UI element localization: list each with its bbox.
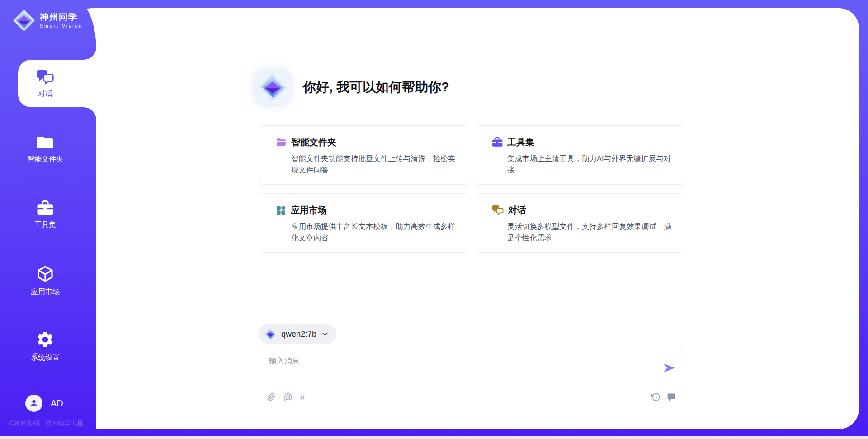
feedback-button[interactable] bbox=[667, 392, 676, 401]
send-icon bbox=[662, 361, 676, 375]
message-input[interactable] bbox=[268, 355, 648, 380]
brand-diamond-logo-icon bbox=[256, 71, 289, 104]
card-smart-folder[interactable]: 智能文件夹 智能文件夹功能支持批量文件上传与清洗，轻松实现文件问答 bbox=[259, 125, 469, 185]
history-icon bbox=[651, 392, 660, 402]
message-composer: @ # bbox=[259, 348, 684, 410]
main-content-panel: 你好, 我可以如何帮助你? 智能文件夹 智能文件夹功能支持批量文件上传与清洗，轻… bbox=[72, 8, 859, 429]
card-toolset[interactable]: 工具集 集成市场上主流工具，助力AI与外界无缝扩展与对接 bbox=[475, 125, 685, 185]
sidebar-item-smart-folder[interactable]: 智能文件夹 bbox=[0, 125, 96, 173]
at-icon: @ bbox=[283, 392, 292, 401]
card-description: 集成市场上主流工具，助力AI与外界无缝扩展与对接 bbox=[507, 153, 674, 176]
sidebar-item-label: 对话 bbox=[38, 89, 52, 99]
sidebar-item-toolset[interactable]: 工具集 bbox=[0, 191, 96, 239]
hash-icon: # bbox=[300, 392, 305, 401]
chat-bubbles-icon bbox=[491, 205, 504, 215]
composer-divider bbox=[259, 383, 684, 383]
copyright-footer: ©神州数码 · 神州问学出品 bbox=[0, 420, 93, 428]
attach-file-button[interactable] bbox=[267, 392, 276, 401]
send-button[interactable] bbox=[661, 360, 677, 376]
sidebar-item-label: 智能文件夹 bbox=[27, 155, 63, 164]
sidebar: 神州问学 Smart Vision 对话 智能文件夹 工具集 bbox=[0, 0, 96, 439]
folder-icon bbox=[36, 134, 55, 151]
feedback-bubble-icon bbox=[667, 392, 676, 401]
brand-title: 神州问学 bbox=[40, 12, 83, 22]
sidebar-item-label: 系统设置 bbox=[31, 353, 60, 363]
person-icon bbox=[29, 398, 39, 408]
briefcase-icon bbox=[491, 137, 503, 148]
sidebar-item-app-market[interactable]: 应用市场 bbox=[0, 257, 96, 304]
card-description: 灵活切换多模型文件，支持多样回复效果调试，满足个性化需求 bbox=[507, 221, 674, 243]
sidebar-item-label: 工具集 bbox=[34, 220, 56, 230]
cube-icon bbox=[36, 264, 54, 283]
sidebar-nav: 对话 智能文件夹 工具集 应用市场 bbox=[0, 60, 96, 388]
card-description: 智能文件夹功能支持批量文件上传与清洗，轻松实现文件问答 bbox=[291, 153, 458, 176]
brand-subtitle: Smart Vision bbox=[40, 23, 83, 29]
diamond-logo-icon bbox=[13, 9, 35, 32]
active-tab-background bbox=[18, 60, 96, 107]
sidebar-item-settings[interactable]: 系统设置 bbox=[0, 322, 96, 370]
sidebar-item-chat[interactable]: 对话 bbox=[0, 60, 96, 107]
gear-icon bbox=[36, 330, 55, 349]
bottom-edge-strip bbox=[0, 436, 868, 439]
mention-button[interactable]: @ bbox=[283, 392, 292, 401]
topic-button[interactable]: # bbox=[300, 392, 305, 401]
greeting-row: 你好, 我可以如何帮助你? bbox=[256, 71, 449, 104]
paperclip-icon bbox=[267, 392, 276, 401]
briefcase-icon bbox=[36, 200, 54, 216]
history-button[interactable] bbox=[651, 392, 660, 402]
model-diamond-logo-icon bbox=[264, 328, 277, 340]
card-description: 应用市场提供丰富长文本模板，助力高效生成多样化文章内容 bbox=[291, 221, 458, 243]
feature-cards: 智能文件夹 智能文件夹功能支持批量文件上传与清洗，轻松实现文件问答 工具集 集成… bbox=[259, 125, 685, 253]
card-title: 应用市场 bbox=[291, 204, 327, 216]
card-title: 智能文件夹 bbox=[291, 136, 336, 148]
model-name: qwen2:7b bbox=[281, 329, 316, 339]
card-title: 工具集 bbox=[507, 136, 534, 148]
sidebar-item-label: 应用市场 bbox=[31, 287, 60, 297]
avatar bbox=[25, 395, 42, 412]
card-app-market[interactable]: 应用市场 应用市场提供丰富长文本模板，助力高效生成多样化文章内容 bbox=[259, 193, 469, 253]
card-chat[interactable]: 对话 灵活切换多模型文件，支持多样回复效果调试，满足个性化需求 bbox=[475, 193, 685, 253]
greeting-title: 你好, 我可以如何帮助你? bbox=[303, 78, 449, 96]
chevron-down-icon bbox=[321, 330, 329, 338]
folder-open-icon bbox=[275, 137, 287, 148]
brand-logo: 神州问学 Smart Vision bbox=[13, 9, 83, 32]
user-name: AD bbox=[51, 398, 63, 409]
card-title: 对话 bbox=[508, 204, 526, 216]
chat-bubbles-icon bbox=[36, 69, 55, 85]
user-menu[interactable]: AD bbox=[25, 395, 63, 412]
app-grid-icon bbox=[275, 205, 287, 216]
model-selector[interactable]: qwen2:7b bbox=[259, 324, 336, 344]
